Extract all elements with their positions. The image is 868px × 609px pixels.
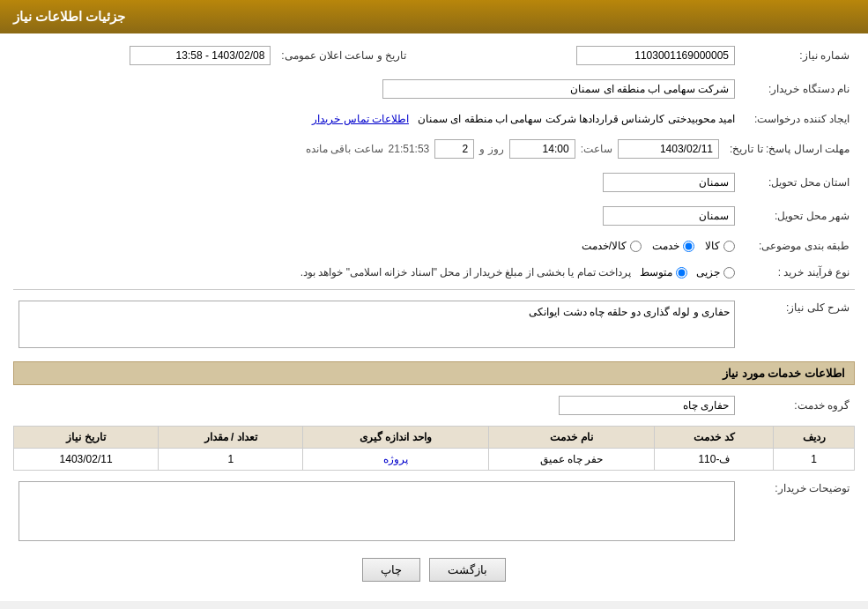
process-label: نوع فرآیند خرید :	[740, 263, 855, 282]
remaining-label: ساعت باقی مانده	[306, 143, 383, 155]
radio-kala-khadamat: کالا/خدمت	[582, 240, 642, 252]
buyer-name-value	[13, 76, 740, 102]
category-label: طبقه بندی موضوعی:	[740, 236, 855, 256]
info-table-deadline: مهلت ارسال پاسخ: تا تاریخ: ساعت: روز و 2…	[13, 136, 855, 162]
col-date: تاریخ نیاز	[14, 427, 159, 449]
info-table-category: طبقه بندی موضوعی: کالا خدمت	[13, 236, 855, 256]
process-value: جزیی متوسط پرداخت تمام یا بخشی از مبلغ خ…	[13, 263, 740, 282]
city-label: شهر محل تحویل:	[740, 203, 855, 229]
service-group-label: گروه خدمت:	[740, 392, 855, 419]
buyer-notes-value	[13, 478, 740, 547]
radio-kala-label: کالا	[705, 240, 720, 252]
deadline-values: ساعت: روز و 21:51:53 ساعت باقی مانده	[13, 136, 724, 162]
info-table-desc: شرح کلی نیاز: حفاری و لوله گذاری دو حلقه…	[13, 297, 855, 354]
deadline-time-input[interactable]	[509, 139, 575, 159]
radio-jozvi-input[interactable]	[723, 267, 735, 279]
info-table-province: استان محل تحویل:	[13, 169, 855, 196]
buyer-notes-textarea[interactable]	[19, 481, 735, 541]
divider-1	[13, 289, 855, 290]
col-code: کد خدمت	[655, 427, 774, 449]
radio-khadamat: خدمت	[652, 240, 694, 252]
cell-qty: 1	[159, 449, 303, 471]
radio-kala-input[interactable]	[723, 241, 735, 252]
cell-name: حفر چاه عمیق	[488, 449, 655, 471]
radio-jozvi: جزیی	[696, 266, 735, 279]
radio-mottavaset: متوسط	[640, 266, 687, 279]
page-header: جزئیات اطلاعات نیاز	[0, 0, 868, 33]
province-input[interactable]	[603, 173, 735, 192]
info-table-notes: توضیحات خریدار:	[13, 478, 855, 547]
province-value	[13, 169, 740, 196]
info-table-service-group: گروه خدمت:	[13, 392, 855, 419]
print-button[interactable]: چاپ	[362, 558, 420, 582]
radio-mottavaset-label: متوسط	[640, 266, 672, 279]
announcement-value	[13, 42, 276, 69]
info-table-creator: ایجاد کننده درخواست: امید محوبیدختی کارش…	[13, 109, 855, 129]
creator-value: امید محوبیدختی کارشناس قراردادها شرکت سه…	[13, 109, 740, 129]
creator-text: امید محوبیدختی کارشناس قراردادها شرکت سه…	[418, 113, 735, 125]
radio-jozvi-label: جزیی	[696, 266, 720, 279]
days-input[interactable]	[434, 139, 474, 159]
radio-khadamat-input[interactable]	[683, 241, 694, 252]
radio-khadamat-label: خدمت	[652, 240, 679, 252]
col-unit: واحد اندازه گیری	[303, 427, 488, 449]
page-wrapper: جزئیات اطلاعات نیاز شماره نیاز: تاریخ و …	[0, 0, 868, 601]
info-table-top: شماره نیاز: تاریخ و ساعت اعلان عمومی:	[13, 42, 855, 69]
radio-kala-khadamat-input[interactable]	[630, 241, 642, 252]
radio-kala-khadamat-label: کالا/خدمت	[582, 240, 627, 252]
tender-number-label: شماره نیاز:	[740, 42, 855, 69]
creator-label: ایجاد کننده درخواست:	[740, 109, 855, 129]
radio-mottavaset-input[interactable]	[676, 267, 687, 279]
cell-row: 1	[774, 449, 855, 471]
cell-date: 1403/02/11	[14, 449, 159, 471]
info-table-city: شهر محل تحویل:	[13, 203, 855, 229]
buyer-name-input[interactable]	[382, 79, 735, 99]
tender-number-input[interactable]	[576, 46, 735, 65]
time-label: ساعت:	[581, 143, 612, 155]
info-table-process: نوع فرآیند خرید : جزیی متوسط پرداخت تمام…	[13, 263, 855, 282]
remaining-value: 21:51:53	[389, 143, 430, 155]
col-name: نام خدمت	[488, 427, 655, 449]
tender-number-value	[447, 42, 740, 69]
city-input[interactable]	[603, 206, 735, 226]
buyer-notes-label: توضیحات خریدار:	[740, 478, 855, 547]
services-table: ردیف کد خدمت نام خدمت واحد اندازه گیری ت…	[13, 426, 855, 471]
service-group-input[interactable]	[559, 396, 735, 415]
col-row: ردیف	[774, 427, 855, 449]
col-qty: تعداد / مقدار	[159, 427, 303, 449]
cell-unit: پروژه	[303, 449, 488, 471]
announcement-label: تاریخ و ساعت اعلان عمومی:	[276, 42, 412, 69]
description-value: حفاری و لوله گذاری دو حلقه چاه دشت ایوان…	[13, 297, 740, 354]
announcement-input[interactable]	[130, 46, 271, 65]
radio-kala: کالا	[705, 240, 735, 252]
process-notice: پرداخت تمام یا بخشی از مبلغ خریدار از مح…	[300, 266, 631, 279]
description-label: شرح کلی نیاز:	[740, 297, 855, 354]
back-button[interactable]: بازگشت	[429, 558, 506, 582]
buyer-name-label: نام دستگاه خریدار:	[740, 76, 855, 102]
button-row: بازگشت چاپ	[13, 558, 855, 582]
header-title: جزئیات اطلاعات نیاز	[13, 9, 125, 24]
content-area: شماره نیاز: تاریخ و ساعت اعلان عمومی: نا…	[0, 33, 868, 601]
info-table-buyer: نام دستگاه خریدار:	[13, 76, 855, 102]
cell-code: ف-110	[655, 449, 774, 471]
service-section-header: اطلاعات خدمات مورد نیاز	[13, 361, 855, 385]
days-label: روز و	[479, 143, 503, 155]
service-group-value	[13, 392, 740, 419]
city-value	[13, 203, 740, 229]
deadline-label: مهلت ارسال پاسخ: تا تاریخ:	[724, 136, 855, 162]
deadline-date-input[interactable]	[618, 139, 719, 159]
contact-link[interactable]: اطلاعات تماس خریدار	[312, 113, 409, 125]
table-row: 1 ف-110 حفر چاه عمیق پروژه 1 1403/02/11	[14, 449, 855, 471]
province-label: استان محل تحویل:	[740, 169, 855, 196]
description-textarea[interactable]: حفاری و لوله گذاری دو حلقه چاه دشت ایوان…	[19, 301, 735, 348]
category-value: کالا خدمت کالا/خدمت	[13, 236, 740, 256]
